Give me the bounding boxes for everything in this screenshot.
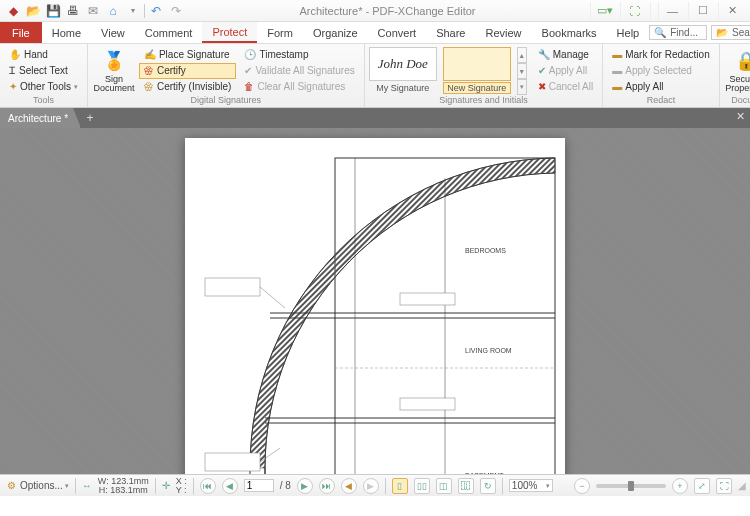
validate-signatures-button[interactable]: ✔Validate All Signatures xyxy=(239,63,359,79)
qat-dropdown-icon[interactable]: ▾ xyxy=(124,2,142,20)
next-page-button[interactable]: ▶ xyxy=(297,478,313,494)
gear-icon: ⚙ xyxy=(4,479,18,493)
ribbon-tabs: File Home View Comment Protect Form Orga… xyxy=(0,22,750,44)
mark-redaction-button[interactable]: ▬Mark for Redaction xyxy=(607,47,714,63)
search-icon: 📂 xyxy=(716,27,728,38)
group-label-digsig: Digital Signatures xyxy=(92,95,360,107)
certify-button[interactable]: 🏵Certify xyxy=(139,63,236,79)
rotate-button[interactable]: ↻ xyxy=(480,478,496,494)
maximize-button[interactable]: ☐ xyxy=(688,2,716,20)
document-tab-bar: Architecture * + ✕ xyxy=(0,108,750,128)
apply-all-redaction-button[interactable]: ▬Apply All xyxy=(607,79,714,95)
group-label-tools: Tools xyxy=(4,95,83,107)
clear-signatures-button[interactable]: 🗑Clear All Signatures xyxy=(239,79,359,95)
add-tab-button[interactable]: + xyxy=(81,108,99,128)
open-icon[interactable]: 📂 xyxy=(24,2,42,20)
crosshair-icon[interactable]: ✛ xyxy=(162,480,170,491)
layout-book-button[interactable]: ⿲ xyxy=(458,478,474,494)
place-signature-button[interactable]: ✍Place Signature xyxy=(139,47,236,63)
layout-single-button[interactable]: ▯ xyxy=(392,478,408,494)
my-signature-label[interactable]: My Signature xyxy=(376,82,429,94)
zoom-slider[interactable] xyxy=(596,484,666,488)
zoom-out-button[interactable]: − xyxy=(574,478,590,494)
xy-readout: X :Y : xyxy=(176,477,187,495)
status-bar: ⚙Options...▾ ↔ W: 123.1mm H: 183.1mm ✛ X… xyxy=(0,474,750,496)
tab-form[interactable]: Form xyxy=(257,22,303,43)
first-page-button[interactable]: ⏮ xyxy=(200,478,216,494)
minimize-button[interactable]: — xyxy=(658,2,686,20)
sign-document-icon: 🏅 xyxy=(102,49,126,73)
group-document-security: 🔒 Security Properties 🛡 Security Policie… xyxy=(720,44,750,107)
fit-width-button[interactable]: ⤢ xyxy=(694,478,710,494)
fit-page-button[interactable]: ⛶ xyxy=(716,478,732,494)
sig-scroll-up[interactable]: ▲ xyxy=(517,47,527,63)
zoom-in-button[interactable]: + xyxy=(672,478,688,494)
apply-selected-icon: ▬ xyxy=(612,64,622,78)
hand-tool-button[interactable]: ✋Hand xyxy=(4,47,83,63)
validate-icon: ✔ xyxy=(244,64,252,78)
save-icon[interactable]: 💾 xyxy=(44,2,62,20)
signature-preview[interactable]: John Doe xyxy=(369,47,437,81)
tab-share[interactable]: Share xyxy=(426,22,475,43)
prev-page-button[interactable]: ◀ xyxy=(222,478,238,494)
security-properties-button[interactable]: 🔒 Security Properties xyxy=(724,47,750,95)
nav-fwd-button[interactable]: ▶ xyxy=(363,478,379,494)
search-box[interactable]: 📂Search... xyxy=(711,25,750,40)
tab-bookmarks[interactable]: Bookmarks xyxy=(532,22,607,43)
group-tools: ✋Hand ᏆSelect Text ✦Other Tools▾ Tools xyxy=(0,44,88,107)
document-tab[interactable]: Architecture * xyxy=(0,108,81,128)
file-tab[interactable]: File xyxy=(0,22,42,43)
tab-review[interactable]: Review xyxy=(475,22,531,43)
layout-facing-button[interactable]: ◫ xyxy=(436,478,452,494)
arrow-left-icon[interactable]: ↔ xyxy=(82,480,92,491)
apply-all-signatures-button[interactable]: ✔Apply All xyxy=(533,63,598,79)
apply-selected-redaction-button[interactable]: ▬Apply Selected xyxy=(607,63,714,79)
print-icon[interactable]: 🖶 xyxy=(64,2,82,20)
cancel-all-signatures-button[interactable]: ✖Cancel All xyxy=(533,79,598,95)
cancel-all-icon: ✖ xyxy=(538,80,546,94)
launch-icon[interactable]: ⛶ xyxy=(620,2,648,20)
room-living: LIVING ROOM xyxy=(465,347,512,354)
group-signatures-initials: John Doe My Signature New Signature ▲ ▼ … xyxy=(365,44,603,107)
tab-help[interactable]: Help xyxy=(607,22,650,43)
new-signature-box[interactable] xyxy=(443,47,511,81)
tools-icon: ✦ xyxy=(9,80,17,94)
manage-icon: 🔧 xyxy=(538,48,550,62)
room-bedrooms: BEDROOMS xyxy=(465,247,506,254)
group-label-redact: Redact xyxy=(607,95,714,107)
scan-icon[interactable]: ⌂ xyxy=(104,2,122,20)
timestamp-button[interactable]: 🕒Timestamp xyxy=(239,47,359,63)
close-button[interactable]: ✕ xyxy=(718,2,746,20)
select-text-button[interactable]: ᏆSelect Text xyxy=(4,63,83,79)
layout-continuous-button[interactable]: ▯▯ xyxy=(414,478,430,494)
ui-options-icon[interactable]: ▭▾ xyxy=(590,2,618,20)
sig-scroll-down[interactable]: ▼ xyxy=(517,63,527,79)
find-box[interactable]: 🔍Find... xyxy=(649,25,707,40)
options-button[interactable]: ⚙Options...▾ xyxy=(4,479,69,493)
resize-grip-icon[interactable]: ◢ xyxy=(738,480,746,491)
redo-icon[interactable]: ↷ xyxy=(167,2,185,20)
new-signature-label[interactable]: New Signature xyxy=(443,82,511,94)
group-redact: ▬Mark for Redaction ▬Apply Selected ▬App… xyxy=(603,44,719,107)
tab-comment[interactable]: Comment xyxy=(135,22,203,43)
sig-expand[interactable]: ▾ xyxy=(517,79,527,95)
mail-icon[interactable]: ✉ xyxy=(84,2,102,20)
tab-convert[interactable]: Convert xyxy=(368,22,427,43)
sign-document-button[interactable]: 🏅 Sign Document xyxy=(92,47,136,95)
tab-protect[interactable]: Protect xyxy=(202,22,257,43)
tab-organize[interactable]: Organize xyxy=(303,22,368,43)
quick-access-toolbar: ◆ 📂 💾 🖶 ✉ ⌂ ▾ ↶ ↷ xyxy=(4,2,185,20)
close-tab-button[interactable]: ✕ xyxy=(732,110,748,123)
undo-icon[interactable]: ↶ xyxy=(147,2,165,20)
tab-home[interactable]: Home xyxy=(42,22,91,43)
hand-icon: ✋ xyxy=(9,48,21,62)
zoom-value[interactable]: 100%▾ xyxy=(509,479,553,492)
manage-signatures-button[interactable]: 🔧Manage xyxy=(533,47,598,63)
nav-back-button[interactable]: ◀ xyxy=(341,478,357,494)
tab-view[interactable]: View xyxy=(91,22,135,43)
certify-invisible-button[interactable]: 🏵Certify (Invisible) xyxy=(139,79,236,95)
other-tools-button[interactable]: ✦Other Tools▾ xyxy=(4,79,83,95)
page-number-input[interactable] xyxy=(244,479,274,492)
document-viewport[interactable]: BEDROOMS LIVING ROOM BASEMENT xyxy=(0,128,750,474)
last-page-button[interactable]: ⏭ xyxy=(319,478,335,494)
